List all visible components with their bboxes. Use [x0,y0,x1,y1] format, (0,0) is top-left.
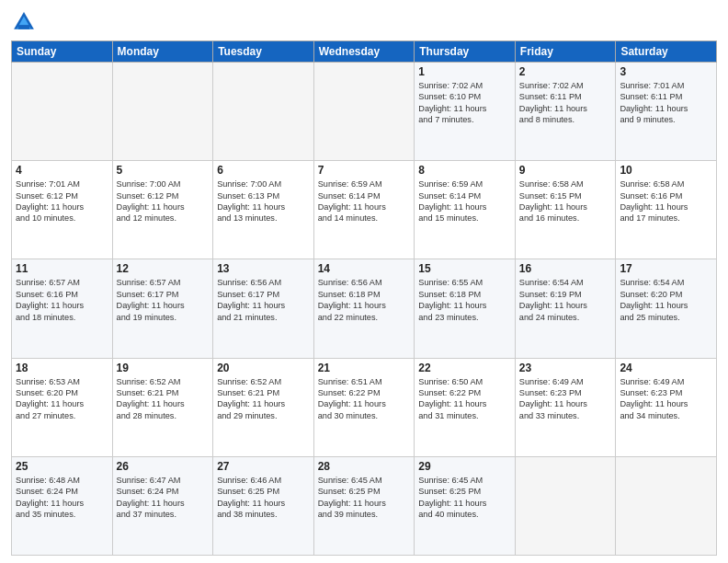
day-info: Sunrise: 6:57 AM Sunset: 6:16 PM Dayligh… [16,277,108,323]
day-info: Sunrise: 6:48 AM Sunset: 6:24 PM Dayligh… [16,475,108,521]
day-cell: 27Sunrise: 6:46 AM Sunset: 6:25 PM Dayli… [213,456,314,555]
day-number: 14 [318,262,411,275]
day-cell: 19Sunrise: 6:52 AM Sunset: 6:21 PM Dayli… [112,358,213,456]
day-info: Sunrise: 6:54 AM Sunset: 6:19 PM Dayligh… [519,277,612,323]
day-number: 29 [418,460,511,473]
day-number: 7 [318,164,411,177]
day-number: 27 [217,460,310,473]
day-cell: 24Sunrise: 6:49 AM Sunset: 6:23 PM Dayli… [616,358,717,456]
day-cell [213,63,314,161]
col-header-sunday: Sunday [12,41,113,63]
day-info: Sunrise: 6:56 AM Sunset: 6:18 PM Dayligh… [318,277,411,323]
day-cell [112,63,213,161]
day-number: 20 [217,362,310,374]
day-info: Sunrise: 7:02 AM Sunset: 6:10 PM Dayligh… [418,80,511,126]
day-cell: 9Sunrise: 6:58 AM Sunset: 6:15 PM Daylig… [515,161,616,259]
week-row-3: 11Sunrise: 6:57 AM Sunset: 6:16 PM Dayli… [12,259,717,358]
day-info: Sunrise: 6:58 AM Sunset: 6:16 PM Dayligh… [620,178,712,224]
col-header-thursday: Thursday [415,41,516,63]
day-cell: 7Sunrise: 6:59 AM Sunset: 6:14 PM Daylig… [313,161,415,259]
day-cell: 23Sunrise: 6:49 AM Sunset: 6:23 PM Dayli… [515,358,616,456]
day-info: Sunrise: 6:57 AM Sunset: 6:17 PM Dayligh… [117,277,210,323]
day-cell: 12Sunrise: 6:57 AM Sunset: 6:17 PM Dayli… [112,259,213,358]
day-cell: 29Sunrise: 6:45 AM Sunset: 6:25 PM Dayli… [415,456,516,555]
day-info: Sunrise: 7:02 AM Sunset: 6:11 PM Dayligh… [519,80,612,126]
day-number: 1 [418,65,511,78]
day-info: Sunrise: 6:49 AM Sunset: 6:23 PM Dayligh… [519,376,612,422]
day-number: 24 [620,362,712,374]
day-cell: 16Sunrise: 6:54 AM Sunset: 6:19 PM Dayli… [515,259,616,358]
day-info: Sunrise: 6:54 AM Sunset: 6:20 PM Dayligh… [620,277,712,323]
logo [11,9,40,35]
week-row-2: 4Sunrise: 7:01 AM Sunset: 6:12 PM Daylig… [12,161,717,259]
day-cell: 28Sunrise: 6:45 AM Sunset: 6:25 PM Dayli… [313,456,415,555]
day-cell: 22Sunrise: 6:50 AM Sunset: 6:22 PM Dayli… [415,358,516,456]
col-header-wednesday: Wednesday [313,41,415,63]
day-info: Sunrise: 6:52 AM Sunset: 6:21 PM Dayligh… [217,376,310,422]
day-info: Sunrise: 6:50 AM Sunset: 6:22 PM Dayligh… [418,376,511,422]
day-info: Sunrise: 6:52 AM Sunset: 6:21 PM Dayligh… [117,376,210,422]
day-cell: 20Sunrise: 6:52 AM Sunset: 6:21 PM Dayli… [213,358,314,456]
day-cell: 17Sunrise: 6:54 AM Sunset: 6:20 PM Dayli… [616,259,717,358]
day-info: Sunrise: 6:45 AM Sunset: 6:25 PM Dayligh… [318,475,411,521]
day-number: 9 [519,164,612,177]
day-number: 13 [217,262,310,275]
day-info: Sunrise: 7:01 AM Sunset: 6:11 PM Dayligh… [620,80,712,126]
day-number: 15 [418,262,511,275]
day-number: 19 [117,362,210,374]
day-number: 23 [519,362,612,374]
svg-rect-2 [18,25,29,29]
day-info: Sunrise: 6:47 AM Sunset: 6:24 PM Dayligh… [117,475,210,521]
day-number: 4 [16,164,108,177]
day-info: Sunrise: 6:55 AM Sunset: 6:18 PM Dayligh… [418,277,511,323]
day-info: Sunrise: 6:45 AM Sunset: 6:25 PM Dayligh… [418,475,511,521]
day-info: Sunrise: 6:49 AM Sunset: 6:23 PM Dayligh… [620,376,712,422]
day-number: 12 [117,262,210,275]
day-info: Sunrise: 7:00 AM Sunset: 6:12 PM Dayligh… [117,178,210,224]
day-number: 16 [519,262,612,275]
day-number: 2 [519,65,612,78]
day-cell: 8Sunrise: 6:59 AM Sunset: 6:14 PM Daylig… [415,161,516,259]
day-number: 17 [620,262,712,275]
day-number: 6 [217,164,310,177]
col-header-monday: Monday [112,41,213,63]
day-info: Sunrise: 6:58 AM Sunset: 6:15 PM Dayligh… [519,178,612,224]
col-header-saturday: Saturday [616,41,717,63]
generalblue-logo-icon [11,9,37,35]
day-cell [12,63,113,161]
day-cell: 2Sunrise: 7:02 AM Sunset: 6:11 PM Daylig… [515,63,616,161]
day-number: 5 [117,164,210,177]
day-cell: 10Sunrise: 6:58 AM Sunset: 6:16 PM Dayli… [616,161,717,259]
day-info: Sunrise: 6:46 AM Sunset: 6:25 PM Dayligh… [217,475,310,521]
day-cell: 6Sunrise: 7:00 AM Sunset: 6:13 PM Daylig… [213,161,314,259]
week-row-1: 1Sunrise: 7:02 AM Sunset: 6:10 PM Daylig… [12,63,717,161]
day-cell: 25Sunrise: 6:48 AM Sunset: 6:24 PM Dayli… [12,456,113,555]
day-info: Sunrise: 6:51 AM Sunset: 6:22 PM Dayligh… [318,376,411,422]
day-cell [313,63,415,161]
day-number: 3 [620,65,712,78]
day-cell: 14Sunrise: 6:56 AM Sunset: 6:18 PM Dayli… [313,259,415,358]
day-cell: 1Sunrise: 7:02 AM Sunset: 6:10 PM Daylig… [415,63,516,161]
day-cell [515,456,616,555]
day-cell: 4Sunrise: 7:01 AM Sunset: 6:12 PM Daylig… [12,161,113,259]
day-number: 25 [16,460,108,473]
header [11,9,717,35]
day-cell [616,456,717,555]
day-number: 11 [16,262,108,275]
day-cell: 13Sunrise: 6:56 AM Sunset: 6:17 PM Dayli… [213,259,314,358]
day-cell: 21Sunrise: 6:51 AM Sunset: 6:22 PM Dayli… [313,358,415,456]
day-number: 8 [418,164,511,177]
day-info: Sunrise: 6:53 AM Sunset: 6:20 PM Dayligh… [16,376,108,422]
day-number: 10 [620,164,712,177]
day-cell: 5Sunrise: 7:00 AM Sunset: 6:12 PM Daylig… [112,161,213,259]
week-row-5: 25Sunrise: 6:48 AM Sunset: 6:24 PM Dayli… [12,456,717,555]
day-number: 28 [318,460,411,473]
day-cell: 18Sunrise: 6:53 AM Sunset: 6:20 PM Dayli… [12,358,113,456]
day-info: Sunrise: 6:59 AM Sunset: 6:14 PM Dayligh… [418,178,511,224]
day-info: Sunrise: 6:59 AM Sunset: 6:14 PM Dayligh… [318,178,411,224]
col-header-friday: Friday [515,41,616,63]
col-header-tuesday: Tuesday [213,41,314,63]
day-cell: 3Sunrise: 7:01 AM Sunset: 6:11 PM Daylig… [616,63,717,161]
day-info: Sunrise: 6:56 AM Sunset: 6:17 PM Dayligh… [217,277,310,323]
day-number: 26 [117,460,210,473]
